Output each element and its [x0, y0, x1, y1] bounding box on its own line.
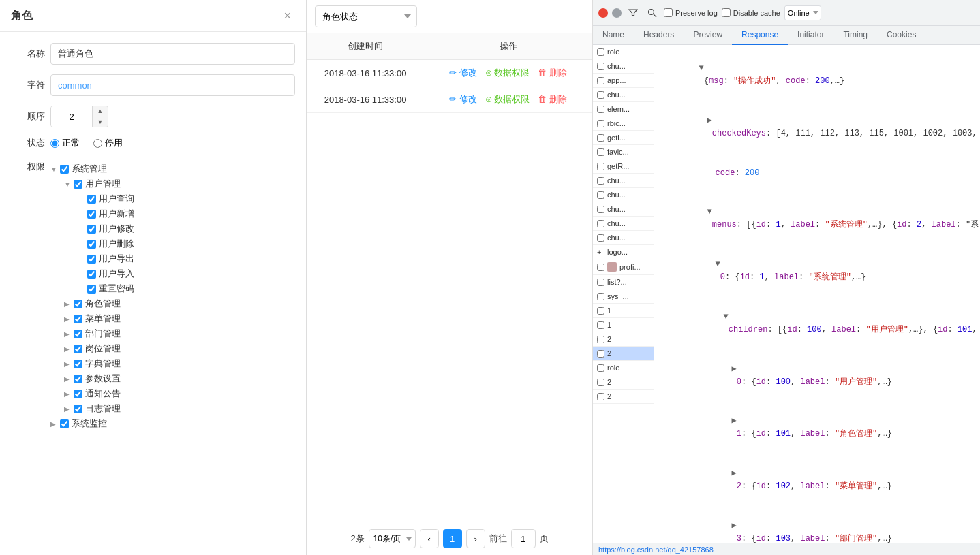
network-item-checkbox[interactable] [597, 206, 604, 213]
page-1-button[interactable]: 1 [443, 529, 462, 548]
network-item-checkbox[interactable] [597, 220, 604, 227]
network-item-checkbox[interactable] [597, 91, 604, 99]
checkbox-role-mgmt[interactable] [74, 300, 82, 308]
json-expand-9[interactable]: ▶ [732, 521, 737, 530]
network-item-2a[interactable]: 2 [593, 332, 654, 347]
network-item-checkbox[interactable] [597, 393, 604, 400]
network-item-logo[interactable]: + logo... [593, 245, 654, 259]
data-perm-button-1[interactable]: ⊙ 数据权限 [483, 67, 533, 79]
close-button[interactable]: × [279, 8, 295, 23]
json-expand-3[interactable]: ▼ [707, 207, 712, 217]
preserve-log-label[interactable]: Preserve log [664, 8, 718, 17]
checkbox-user-edit[interactable] [87, 225, 96, 234]
expand-notice-icon[interactable]: ▶ [64, 390, 74, 398]
network-item-getl[interactable]: getl... [593, 131, 654, 145]
checkbox-root[interactable] [60, 165, 69, 174]
network-item-chu5[interactable]: chu... [593, 202, 654, 217]
checkbox-sys-monitor[interactable] [60, 419, 69, 428]
network-item-chu2[interactable]: chu... [593, 88, 654, 102]
network-item-1a[interactable]: 1 [593, 304, 654, 318]
network-item-role[interactable]: role [593, 45, 654, 59]
prev-page-button[interactable]: ‹ [420, 529, 439, 548]
network-item-checkbox[interactable] [597, 364, 604, 372]
expand-param-icon[interactable]: ▶ [64, 375, 74, 383]
network-item-rbic1[interactable]: rbic... [593, 116, 654, 131]
network-item-checkbox[interactable] [597, 350, 604, 358]
json-expand-1[interactable]: ▶ [707, 116, 712, 125]
network-item-chu6[interactable]: chu... [593, 217, 654, 231]
search-icon-button[interactable] [645, 5, 660, 20]
network-item-checkbox[interactable] [597, 293, 604, 300]
status-disabled-input[interactable] [93, 139, 102, 148]
page-size-select[interactable]: 10条/页 20条/页 [369, 529, 416, 548]
network-item-checkbox[interactable] [597, 148, 604, 156]
preserve-log-checkbox[interactable] [664, 8, 673, 17]
network-item-2d[interactable]: 2 [593, 390, 654, 404]
spinner-up-button[interactable]: ▲ [93, 106, 108, 116]
clear-button[interactable] [612, 8, 622, 18]
expand-log-icon[interactable]: ▶ [64, 405, 74, 413]
spinner-down-button[interactable]: ▼ [93, 116, 108, 127]
network-item-checkbox[interactable] [597, 77, 604, 84]
json-expand-5[interactable]: ▼ [724, 312, 729, 321]
checkbox-user-import[interactable] [87, 270, 96, 279]
status-normal-radio[interactable]: 正常 [50, 137, 80, 149]
status-disabled-radio[interactable]: 停用 [93, 137, 123, 149]
network-item-2b-selected[interactable]: 2 [593, 347, 654, 361]
network-item-1b[interactable]: 1 [593, 318, 654, 332]
checkbox-dept-mgmt[interactable] [74, 330, 82, 338]
checkbox-dict-mgmt[interactable] [74, 360, 82, 368]
checkbox-user-delete[interactable] [87, 240, 96, 249]
edit-button-1[interactable]: ✏ 修改 [446, 67, 480, 79]
data-perm-button-2[interactable]: ⊙ 数据权限 [483, 93, 533, 106]
network-item-checkbox[interactable] [597, 264, 604, 271]
network-item-chu7[interactable]: chu... [593, 231, 654, 245]
expand-role-icon[interactable]: ▶ [64, 300, 74, 308]
json-expand-6[interactable]: ▶ [732, 364, 737, 374]
delete-button-2[interactable]: 🗑 删除 [535, 93, 570, 106]
network-item-sys[interactable]: sys_... [593, 289, 654, 304]
checkbox-user-add[interactable] [87, 210, 96, 219]
checkbox-notice[interactable] [74, 390, 82, 398]
checkbox-post-mgmt[interactable] [74, 345, 82, 353]
expand-root-icon[interactable]: ▼ [50, 165, 60, 173]
tab-initiator[interactable]: Initiator [788, 26, 833, 45]
tab-headers[interactable]: Headers [634, 26, 684, 45]
network-item-checkbox[interactable] [597, 191, 604, 199]
checkbox-user-mgmt[interactable] [74, 180, 82, 189]
disable-cache-label[interactable]: Disable cache [722, 8, 780, 17]
online-select[interactable]: Online [784, 5, 821, 20]
network-item-checkbox[interactable] [597, 177, 604, 185]
network-item-2c[interactable]: 2 [593, 375, 654, 390]
network-item-role2[interactable]: role [593, 361, 654, 375]
role-status-filter[interactable]: 角色状态 正常 停用 [315, 5, 417, 27]
tab-timing[interactable]: Timing [833, 26, 877, 45]
network-item-chu4[interactable]: chu... [593, 188, 654, 202]
json-expand-4[interactable]: ▼ [716, 259, 720, 269]
network-item-checkbox[interactable] [597, 48, 604, 56]
record-button[interactable] [598, 8, 608, 18]
expand-dict-icon[interactable]: ▶ [64, 360, 74, 368]
expand-menu-icon[interactable]: ▶ [64, 315, 74, 323]
network-item-getr[interactable]: getR... [593, 159, 654, 174]
expand-dept-icon[interactable]: ▶ [64, 330, 74, 338]
expand-user-icon[interactable]: ▼ [64, 180, 74, 188]
network-item-checkbox[interactable] [597, 279, 604, 286]
checkbox-user-export[interactable] [87, 255, 96, 264]
tab-preview[interactable]: Preview [684, 26, 732, 45]
network-item-checkbox[interactable] [597, 63, 604, 70]
network-item-chu3[interactable]: chu... [593, 174, 654, 188]
network-item-app[interactable]: app... [593, 74, 654, 88]
network-item-checkbox[interactable] [597, 234, 604, 242]
filter-icon-button[interactable] [626, 5, 641, 20]
page-input[interactable] [511, 529, 536, 548]
network-item-checkbox[interactable] [597, 106, 604, 113]
json-expand-7[interactable]: ▶ [732, 416, 737, 426]
tab-response[interactable]: Response [732, 26, 788, 45]
checkbox-param-settings[interactable] [74, 375, 82, 383]
next-page-button[interactable]: › [466, 529, 485, 548]
network-item-checkbox[interactable] [597, 163, 604, 170]
network-item-checkbox[interactable] [597, 307, 604, 315]
json-expand-0[interactable]: ▼ [699, 63, 704, 73]
name-input[interactable] [50, 43, 295, 65]
